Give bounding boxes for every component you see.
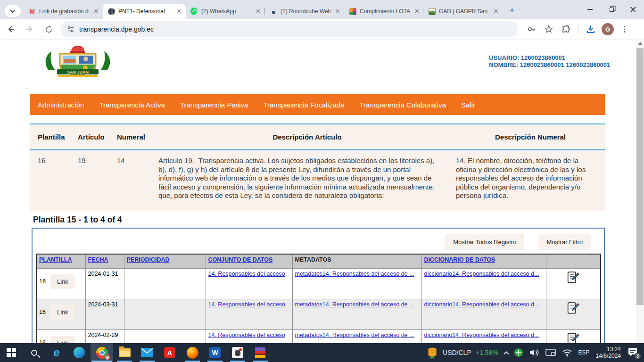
taskbar-mail[interactable] (136, 343, 158, 362)
close-icon[interactable] (175, 8, 183, 15)
row-plantilla: 16 (39, 339, 46, 343)
java-app-icon (232, 347, 243, 358)
language-indicator[interactable]: ESP (578, 349, 590, 356)
taskbar-chrome-active[interactable]: G (91, 343, 113, 362)
close-icon[interactable] (413, 8, 421, 15)
sort-fecha-link[interactable]: FECHA (88, 256, 108, 263)
close-icon[interactable] (92, 8, 100, 15)
panel-buttons: Mostrar Todos Registro Mostrar Filtro (445, 234, 591, 250)
link-button[interactable]: Link (50, 305, 75, 320)
bookmark-button[interactable] (541, 22, 556, 37)
taskbar-firefox[interactable] (181, 343, 204, 362)
nav-item-transparencia-colaborativa[interactable]: Transparencia Colaborativa (359, 101, 446, 109)
taskbar-clock[interactable]: 13:24 14/6/2024 (596, 346, 621, 359)
scrollbar-thumb[interactable] (636, 48, 644, 305)
diccionario-link[interactable]: diccionario14. Responsables del acceso d… (424, 301, 544, 308)
firefox-icon (187, 347, 198, 359)
password-key-button[interactable] (524, 22, 539, 37)
metadatos-link[interactable]: metadatos14. Responsables del acceso de … (295, 271, 419, 277)
cast-display-icon[interactable] (545, 348, 556, 357)
taskbar-java-app[interactable] (226, 343, 249, 362)
address-bar[interactable]: transparencia.dpe.gob.ec (60, 21, 518, 37)
metadatos-link[interactable]: metadatos14. Responsables del acceso de … (295, 332, 419, 338)
tab-gad[interactable]: GAD | GADPR San Jua (423, 4, 503, 19)
edit-record-icon[interactable] (566, 271, 580, 285)
article-summary-table: Plantilla Artículo Numeral Descripción A… (30, 123, 605, 211)
forward-button[interactable] (22, 21, 38, 37)
mostrar-todos-registro-button[interactable]: Mostrar Todos Registro (445, 234, 524, 250)
close-icon[interactable] (492, 8, 500, 15)
row-periodicidad (124, 268, 206, 299)
word-icon: W (209, 347, 221, 358)
nav-item-transparencia-activa[interactable]: Transparencia Activa (99, 101, 165, 109)
system-tray: USD/CLP +1,58% ESP 13:24 14/6/2024 (426, 346, 644, 359)
url-text: transparencia.dpe.gob.ec (79, 25, 154, 33)
edit-record-icon[interactable] (566, 332, 580, 344)
metadatos-link[interactable]: metadatos14. Responsables del acceso de … (295, 301, 419, 308)
chrome-profile-badge: G (104, 354, 110, 360)
new-tab-button[interactable]: + (505, 4, 519, 17)
conjunto-link[interactable]: 14. Responsables del acceso (208, 301, 290, 308)
nav-item-transparencia-pasiva[interactable]: Transparencia Pasiva (180, 101, 248, 109)
scroll-up-icon[interactable] (638, 42, 643, 45)
taskbar-file-explorer[interactable] (113, 343, 136, 362)
window-controls (579, 0, 644, 19)
avatar: G (602, 23, 614, 35)
downloads-button[interactable] (583, 22, 598, 37)
header-numeral: Numeral (117, 133, 158, 141)
reload-button[interactable] (41, 21, 57, 37)
start-button[interactable] (0, 343, 23, 362)
currency-ticker[interactable]: USD/CLP +1,58% (426, 346, 498, 359)
sort-periodicidad-link[interactable]: PERIODICIDAD (127, 256, 170, 263)
tab-lotaip[interactable]: Cumplimiento LOTAIP (344, 4, 423, 19)
conjunto-link[interactable]: 14. Responsables del acceso (208, 332, 290, 338)
tab-label: (2) Roundcube Webm (281, 8, 330, 15)
internet-explorer-icon: e (53, 347, 59, 358)
tab-whatsapp[interactable]: (2) WhatsApp (186, 4, 265, 19)
taskbar-search-button[interactable] (23, 343, 45, 362)
taskbar: e G A W (0, 343, 644, 362)
notification-center-button[interactable]: 3 (627, 346, 639, 359)
extensions-button[interactable] (558, 22, 573, 37)
antivirus-icon[interactable] (514, 348, 523, 357)
sort-plantilla-link[interactable]: PLANTILLA (39, 256, 72, 263)
close-icon[interactable] (334, 8, 341, 15)
tray-overflow-icon[interactable] (504, 351, 509, 356)
profile-button[interactable]: G (600, 22, 615, 37)
date-text: 14/6/2024 (596, 353, 621, 359)
tab-pnt1-active[interactable]: PNT1- Defensorial (103, 4, 186, 19)
minimize-button[interactable] (579, 0, 601, 19)
mostrar-filtro-button[interactable]: Mostrar Filtro (538, 234, 591, 250)
restore-button[interactable] (601, 0, 622, 19)
taskbar-acrobat[interactable]: A (158, 343, 181, 362)
page-scrollbar[interactable] (636, 40, 644, 343)
coin-stack-icon (426, 346, 438, 359)
header-metadatos: METADATOS (295, 256, 331, 263)
sort-diccionario-link[interactable]: DICCIONARIO DE DATOS (424, 256, 495, 263)
conjunto-link[interactable]: 14. Responsables del acceso (208, 271, 290, 277)
wifi-icon[interactable] (562, 349, 572, 357)
taskbar-ie[interactable]: e (45, 343, 68, 362)
header-articulo: Artículo (78, 133, 117, 141)
volume-icon[interactable] (529, 348, 539, 357)
diccionario-link[interactable]: diccionario14. Responsables del acceso d… (424, 271, 544, 277)
close-icon[interactable] (255, 8, 262, 15)
tab-search-button[interactable] (5, 5, 21, 17)
taskbar-winrar[interactable] (249, 343, 272, 362)
back-button[interactable] (3, 21, 19, 37)
edit-record-icon[interactable] (566, 301, 580, 315)
link-button[interactable]: Link (50, 274, 75, 289)
svg-text:SAN JUAN: SAN JUAN (67, 70, 89, 74)
nav-item-administracion[interactable]: Administración (38, 101, 84, 109)
tab-roundcube[interactable]: (2) Roundcube Webm (265, 4, 344, 19)
tab-gmail[interactable]: M Link de grabación de (24, 4, 103, 19)
sort-conjunto-link[interactable]: CONJUNTO DE DATOS (208, 256, 273, 263)
taskbar-edge[interactable] (68, 343, 91, 362)
taskbar-word[interactable]: W (204, 343, 226, 362)
nav-item-salir[interactable]: Salir (461, 101, 475, 109)
diccionario-link[interactable]: diccionario14. Responsables del acceso d… (424, 332, 544, 338)
close-window-button[interactable] (622, 0, 644, 19)
nav-item-transparencia-focalizada[interactable]: Transparencia Focalizada (263, 101, 344, 109)
menu-button[interactable] (617, 22, 632, 37)
link-button[interactable]: Link (50, 336, 75, 344)
